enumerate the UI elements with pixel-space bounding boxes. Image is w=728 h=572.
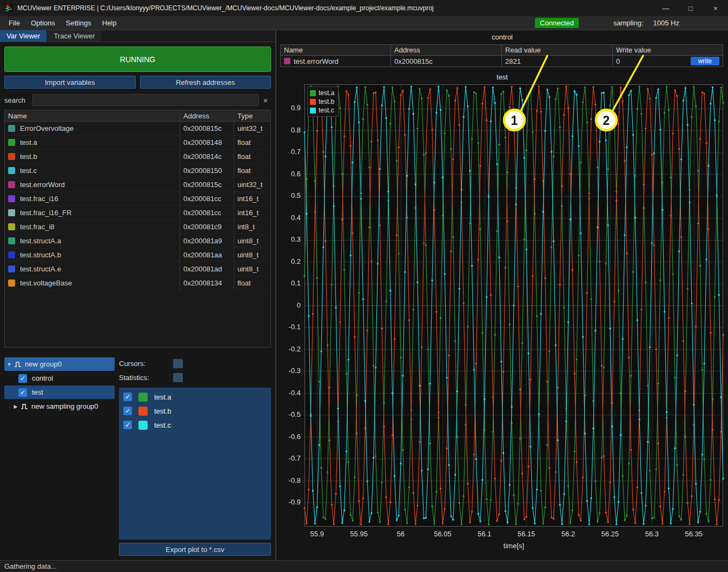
variable-name: test.frac_i16 [20,195,58,203]
control-table-row[interactable]: test.errorWord 0x2000815c 2821 0 write [281,55,723,66]
variable-type: int16_t [234,192,270,205]
tree-sampling-group-row[interactable]: ▶ new sampling group0 [4,400,115,413]
main-area: Var Viewer Trace Viewer RUNNING Import v… [0,30,728,560]
window-controls: — □ × [653,0,728,16]
plot-series-row[interactable]: ✓test.a [120,390,270,404]
variable-type: int8_t [234,220,270,234]
menu-item-help[interactable]: Help [97,19,122,27]
tab-bar: Var Viewer Trace Viewer [0,30,275,42]
variable-row[interactable]: test.structA.a0x200081a9uint8_t [5,234,270,248]
variable-address: 0x20008148 [180,136,234,149]
import-variables-button[interactable]: Import variables [4,76,136,89]
variable-row[interactable]: test.frac_i160x200081ccint16_t [5,192,270,206]
pulse-icon [21,403,28,410]
collapse-arrow-icon[interactable]: ▼ [4,362,14,367]
menu-item-options[interactable]: Options [25,19,61,27]
variable-type: float [234,150,270,163]
write-button[interactable]: write [691,57,719,65]
maximize-button[interactable]: □ [678,0,703,16]
variable-type: uint32_t [234,122,270,135]
plot-groups-section: ▼ new group0 ✓ control ✓ test [4,353,271,556]
series-checkbox[interactable]: ✓ [123,407,132,415]
variable-name: test.structA.e [20,265,61,273]
tab-trace-viewer[interactable]: Trace Viewer [47,30,101,42]
search-label: search [4,96,32,104]
control-variable-name-cell: test.errorWord [281,56,391,66]
minimize-button[interactable]: — [653,0,678,16]
variable-row[interactable]: test.frac_i16_FR0x200081ccint16_t [5,206,270,220]
cursors-option-row: Cursors: [119,356,271,370]
plot-canvas[interactable] [277,82,726,553]
variable-type: uint32_t [234,178,270,191]
series-checkbox[interactable]: ✓ [123,393,132,401]
variable-color-swatch [8,251,15,258]
plot-legend[interactable]: test.atest.btest.c [307,87,339,117]
variable-color-swatch [8,167,15,174]
variables-table-body: ErrorOvervoltage0x2000815cuint32_ttest.a… [5,122,270,290]
tree-item-test[interactable]: ✓ test [4,385,115,399]
column-header-type[interactable]: Type [234,110,270,121]
cursors-checkbox[interactable] [173,359,183,368]
variable-row[interactable]: test.c0x20008150float [5,164,270,178]
series-color-swatch [138,407,148,416]
variable-color-swatch [8,125,15,132]
variable-color-swatch [8,153,15,160]
variable-type: float [234,136,270,149]
statistics-option-row: Statistics: [119,370,271,384]
refresh-addresses-button[interactable]: Refresh addresses [140,76,272,89]
series-name: test.b [154,407,171,415]
variable-color-swatch [8,209,15,216]
variable-type: uint8_t [234,248,270,262]
statistics-checkbox[interactable] [173,373,183,382]
clear-search-icon[interactable]: × [260,96,271,105]
legend-item[interactable]: test.c [310,106,334,115]
variable-row[interactable]: test.voltageBase0x20008134float [5,276,270,290]
status-bar: Gathering data... [0,560,728,572]
variable-name: test.errorWord [294,57,339,65]
variable-name: test.frac_i8 [20,223,55,231]
menu-item-settings[interactable]: Settings [61,19,97,27]
variable-address: 0x200081c9 [180,220,234,234]
legend-item[interactable]: test.b [310,97,334,106]
write-value-input[interactable]: 0 [616,57,620,65]
variable-color-swatch [8,181,15,188]
plot-series-row[interactable]: ✓test.c [120,418,270,432]
variable-row[interactable]: test.structA.b0x200081aauint8_t [5,248,270,262]
tab-var-viewer[interactable]: Var Viewer [0,30,47,42]
test-checkbox[interactable]: ✓ [18,388,27,397]
write-value-cell: 0 write [613,56,723,66]
variable-name: test.frac_i16_FR [20,209,71,217]
export-csv-button[interactable]: Export plot to *.csv [119,543,271,556]
tree-item-control[interactable]: ✓ control [4,371,115,385]
variable-row[interactable]: test.structA.e0x200081aduint8_t [5,262,270,276]
search-input[interactable] [32,94,259,106]
variable-row[interactable]: test.a0x20008148float [5,136,270,150]
tree-group-row[interactable]: ▼ new group0 [4,357,115,371]
expand-arrow-icon[interactable]: ▶ [11,404,21,409]
variable-row[interactable]: ErrorOvervoltage0x2000815cuint32_t [5,122,270,136]
groups-tree: ▼ new group0 ✓ control ✓ test [4,353,115,556]
variable-type: int16_t [234,206,270,220]
series-checkbox[interactable]: ✓ [123,421,132,429]
menu-item-file[interactable]: File [3,19,25,27]
variable-color-swatch [8,280,15,287]
variable-row[interactable]: test.frac_i80x200081c9int8_t [5,220,270,234]
variable-row[interactable]: test.errorWord0x2000815cuint32_t [5,178,270,192]
acquisition-state-button[interactable]: RUNNING [4,46,271,72]
column-header-address[interactable]: Address [180,110,234,121]
series-name: test.c [154,421,171,429]
variable-address: 0x2000815c [180,122,234,135]
column-header-name[interactable]: Name [5,110,180,121]
plot-series-row[interactable]: ✓test.b [120,404,270,418]
plot-series-panel: ✓test.a✓test.b✓test.c [119,388,271,540]
variable-address: 0x200081cc [180,206,234,220]
legend-color-swatch [310,99,316,105]
close-button[interactable]: × [703,0,728,16]
legend-item[interactable]: test.a [310,89,334,97]
variable-name: test.structA.b [20,251,61,259]
variable-name: ErrorOvervoltage [20,124,74,132]
control-checkbox[interactable]: ✓ [18,374,27,383]
variable-type: float [234,276,270,290]
control-table-header: Name Address Read value Write value [281,45,723,55]
variable-row[interactable]: test.b0x2000814cfloat [5,150,270,164]
